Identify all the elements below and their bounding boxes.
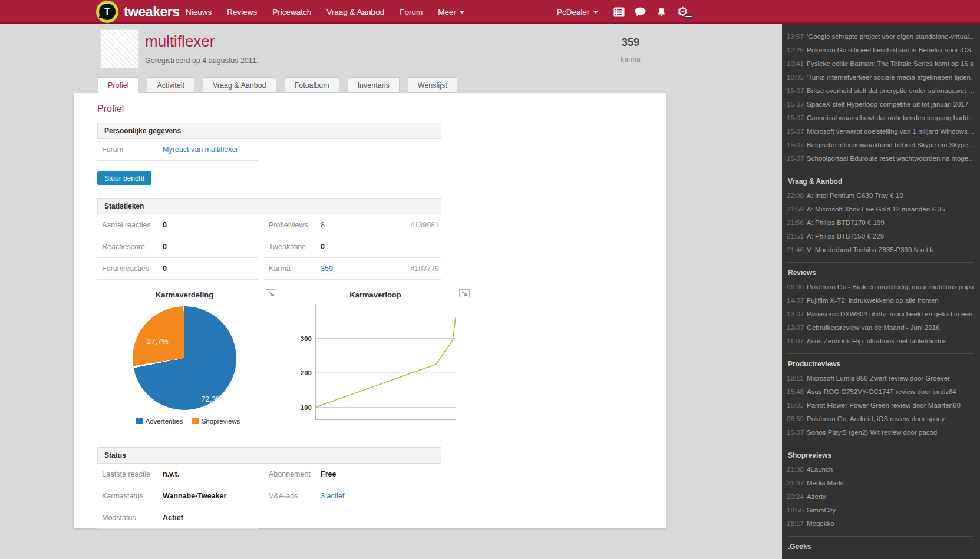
nav-item-vraag-aanbod[interactable]: Vraag & Aanbod xyxy=(326,8,384,16)
item-title: Microsoft verwerpt doelstelling van 1 mi… xyxy=(807,128,974,135)
sidebar-productreview-item[interactable]: 15:48Asus ROG G752VY-GC174T review door … xyxy=(787,385,974,398)
sidebar-productreview-item[interactable]: 18:11Microsoft Lumia 950 Zwart review do… xyxy=(787,371,974,385)
chart-expand-icon[interactable] xyxy=(266,289,276,300)
stats-section-header: Statistieken xyxy=(97,198,441,214)
sidebar-review-item[interactable]: 14-07Fujifilm X-T2: indrukwekkend op all… xyxy=(787,293,974,307)
sidebar-news-item[interactable]: 10:03'Turks internetverkeer sociale medi… xyxy=(787,70,974,84)
sidebar-listing-item[interactable]: 21:51A: Philips BTB7150 € 229 xyxy=(787,229,974,243)
karma-label: karma xyxy=(610,55,651,64)
sidebar-news-item[interactable]: 13:57'Google schrapte project voor eigen… xyxy=(787,29,974,43)
chart-expand-icon[interactable] xyxy=(459,289,470,300)
tab-wenslijst[interactable]: Wenslijst xyxy=(408,77,457,93)
sidebar-news-item[interactable]: 15-07SpaceX stelt Hyperloop-competitie u… xyxy=(787,97,974,111)
sidebar-shopreview-item[interactable]: 18:17Megekko xyxy=(787,517,974,530)
sidebar-section-header: Productreviews xyxy=(787,355,974,371)
sidebar-shopreview-item[interactable]: 20:24Azerty xyxy=(787,489,974,503)
settings-icon[interactable]: ⚙ xyxy=(676,5,690,19)
notifications-icon[interactable] xyxy=(655,5,669,19)
item-timestamp: 15-07 xyxy=(787,141,807,148)
stat-row-tweakotine: Tweakotine 0 xyxy=(264,236,441,258)
sidebar-news-item[interactable]: 15-07Microsoft verwerpt doelstelling van… xyxy=(787,124,974,138)
item-title: A: Microsoft Xbox Live Gold 12 maanden €… xyxy=(807,206,945,213)
username: multiflexer xyxy=(145,32,215,51)
item-timestamp: 12-07 xyxy=(787,324,807,331)
item-timestamp: 15:03 xyxy=(787,402,807,409)
sidebar-news-item[interactable]: 15-07Britse overheid stelt dat encryptie… xyxy=(787,84,974,97)
stat-rank: #139081 xyxy=(410,221,441,229)
item-timestamp: 21:56 xyxy=(787,219,807,226)
sidebar-listing-item[interactable]: 22:00A: Intel Pentium G630 Tray € 10 xyxy=(787,188,974,202)
sidebar-section-geeks: .Geeks xyxy=(787,536,974,554)
status-row-karmastatus: Karmastatus Wannabe-Tweaker xyxy=(97,485,258,507)
sidebar-section-header: Reviews xyxy=(787,264,974,280)
logo-letter: T xyxy=(99,4,116,20)
chevron-down-icon xyxy=(593,11,598,14)
tab-profiel[interactable]: Profiel xyxy=(98,77,138,94)
sidebar-review-item[interactable]: 11-07Asus Zenbook Flip: ultrabook met ta… xyxy=(787,334,974,348)
sidebar-review-item[interactable]: 06:00Pokémon Go - Brak en onvolledig, ma… xyxy=(787,280,974,293)
sidebar-productreview-item[interactable]: 15:03Parrot Flower Power Green review do… xyxy=(787,398,974,412)
nav-item-nieuws[interactable]: Nieuws xyxy=(186,8,212,16)
tab-inventaris[interactable]: Inventaris xyxy=(348,77,400,93)
item-timestamp: 15-07 xyxy=(787,114,807,121)
nav-item-meer[interactable]: Meer xyxy=(438,8,464,16)
send-message-button[interactable]: Stuur bericht xyxy=(97,171,151,185)
karma-link[interactable]: 359 xyxy=(321,264,333,273)
svg-text:200: 200 xyxy=(301,369,312,376)
item-title: V: Moederbord Toshiba Z835-P330 N.o.t.k. xyxy=(807,246,935,253)
item-title: Media Markt xyxy=(807,479,844,487)
sidebar-news-item[interactable]: 10:41Fysieke editie Batman: The Telltale… xyxy=(787,57,974,70)
sidebar-news-item[interactable]: 15-07Schoolportaal Eduroute reset wachtw… xyxy=(787,151,974,165)
personal-section-header: Persoonlijke gegevens xyxy=(97,123,441,139)
sidebar-news-item[interactable]: 15-07Canonical waarschuwt dat onbekenden… xyxy=(787,111,974,124)
nav-item-reviews[interactable]: Reviews xyxy=(227,8,257,16)
status-row-abonnement: Abonnement Free xyxy=(264,464,441,485)
brand-name[interactable]: tweakers xyxy=(124,4,179,20)
tweakers-logo-icon[interactable]: T xyxy=(96,1,118,23)
status-value: Wannabe-Tweaker xyxy=(163,492,226,500)
sidebar-news-item[interactable]: 12:25Pokémon Go officieel beschikbaar in… xyxy=(787,43,974,57)
sidebar-productreview-item[interactable]: 08:59Pokémon Go, Android, iOS review doo… xyxy=(787,412,974,425)
item-title: Microsoft Lumia 950 Zwart review door Gr… xyxy=(807,375,950,382)
sidebar-productreview-item[interactable]: 15-07Sonos Play:5 (gen2) Wit review door… xyxy=(787,425,974,439)
item-title: A: Philips BTD7170 € 199 xyxy=(807,219,885,226)
sidebar-review-item[interactable]: 13-07Panasonic DXW804 uhdtv: mooi beeld … xyxy=(787,307,974,320)
account-menu[interactable]: PcDealer xyxy=(557,8,598,16)
meer-label: Meer xyxy=(438,8,456,16)
va-ads-link[interactable]: 3 actief xyxy=(321,492,344,500)
status-row-va-ads: V&A-ads 3 actief xyxy=(264,485,441,507)
sidebar-shopreview-item[interactable]: 21:37Media Markt xyxy=(787,476,974,489)
personal-section-title: Persoonlijke gegevens xyxy=(104,127,181,135)
item-timestamp: 06:00 xyxy=(787,283,807,290)
stat-label: Tweakotine xyxy=(269,243,321,251)
profielviews-link[interactable]: 8 xyxy=(321,221,325,229)
item-title: Fujifilm X-T2: indrukwekkend op alle fro… xyxy=(807,297,939,304)
sidebar-shopreview-item[interactable]: 21:384Launch xyxy=(787,462,974,476)
status-value: Free xyxy=(321,470,336,478)
svg-text:100: 100 xyxy=(301,404,312,411)
sidebar-review-item[interactable]: 12-07Gebruikersreview van de Maand - Jun… xyxy=(787,320,974,334)
status-row-modstatus: Modstatus Actief xyxy=(97,507,258,529)
list-icon[interactable] xyxy=(612,5,626,19)
sidebar-listing-item[interactable]: 21:59A: Microsoft Xbox Live Gold 12 maan… xyxy=(787,202,974,216)
sidebar-section-header: Shopreviews xyxy=(787,446,974,462)
sidebar-listing-item[interactable]: 21:46V: Moederbord Toshiba Z835-P330 N.o… xyxy=(787,243,974,256)
item-timestamp: 12:25 xyxy=(787,47,807,54)
sidebar-shopreview-item[interactable]: 18:56SimmCity xyxy=(787,503,974,517)
forum-link[interactable]: Myreact van multiflexer xyxy=(163,145,239,154)
messages-icon[interactable] xyxy=(633,5,648,19)
main-menu: Nieuws Reviews Pricewatch Vraag & Aanbod… xyxy=(186,0,480,24)
item-title: Pokémon Go, Android, iOS review door spo… xyxy=(807,415,945,422)
nav-item-forum[interactable]: Forum xyxy=(400,8,423,16)
sidebar-section-news: 13:57'Google schrapte project voor eigen… xyxy=(787,29,974,165)
sidebar-news-item[interactable]: 15-07Belgische telecomwaakhond beboet Sk… xyxy=(787,138,974,151)
page-heading: Profiel xyxy=(97,104,642,114)
nav-item-pricewatch[interactable]: Pricewatch xyxy=(272,8,311,16)
page: T tweakers Nieuws Reviews Pricewatch Vra… xyxy=(0,0,980,559)
avatar[interactable] xyxy=(100,29,139,68)
tab-vraag-aanbod[interactable]: Vraag & Aanbod xyxy=(203,77,276,93)
tab-fotoalbum[interactable]: Fotoalbum xyxy=(285,77,339,93)
sidebar-listing-item[interactable]: 21:56A: Philips BTD7170 € 199 xyxy=(787,216,974,229)
tab-activiteit[interactable]: Activiteit xyxy=(147,77,194,93)
item-timestamp: 15-07 xyxy=(787,155,807,162)
